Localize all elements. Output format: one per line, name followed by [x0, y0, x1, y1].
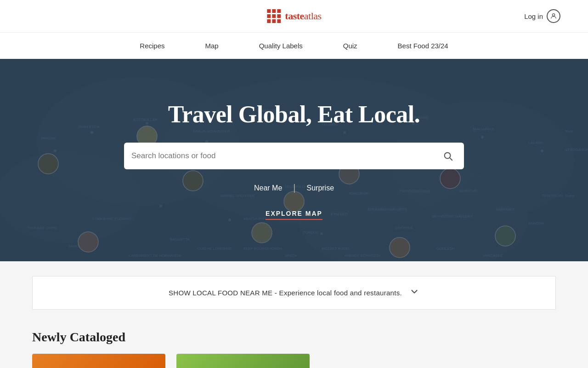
nav-item-best-food[interactable]: Best Food 23/24 — [396, 38, 450, 53]
near-me-link[interactable]: Near Me — [243, 180, 293, 196]
svg-line-78 — [450, 158, 452, 160]
hero-section: HAGGIS IRISH STEW KOTTBULLAR BRAUN-SCHWE… — [0, 59, 588, 261]
svg-rect-1 — [272, 9, 276, 13]
hero-content: Travel Global, Eat Local. Near Me | Surp… — [0, 101, 588, 220]
local-food-text: SHOW LOCAL FOOD NEAR ME - Experience loc… — [169, 289, 402, 297]
surprise-link[interactable]: Surprise — [295, 180, 345, 196]
logo-text: tasteatlas — [285, 10, 321, 22]
search-bar — [124, 143, 464, 169]
nav-item-map[interactable]: Map — [204, 38, 220, 53]
svg-rect-5 — [277, 14, 281, 18]
login-button[interactable]: Log in — [524, 9, 560, 23]
svg-rect-0 — [267, 9, 271, 13]
svg-rect-7 — [272, 19, 276, 23]
section-title: Newly Cataloged — [32, 330, 556, 345]
logo-icon — [266, 9, 281, 23]
nav-bar: Recipes Map Quality Labels Quiz Best Foo… — [0, 32, 588, 59]
svg-rect-8 — [277, 19, 281, 23]
hero-title: Travel Global, Eat Local. — [168, 101, 420, 128]
catalog-card-2[interactable] — [176, 354, 310, 368]
search-input[interactable] — [131, 151, 439, 161]
search-button[interactable] — [439, 147, 457, 165]
quick-links: Near Me | Surprise — [243, 180, 345, 196]
logo[interactable]: tasteatlas — [266, 9, 321, 23]
svg-rect-4 — [272, 14, 276, 18]
nav-item-quality-labels[interactable]: Quality Labels — [257, 38, 305, 53]
nav-item-quiz[interactable]: Quiz — [341, 38, 359, 53]
catalog-card-1[interactable] — [32, 354, 165, 368]
chevron-down-icon — [409, 287, 419, 299]
svg-rect-6 — [267, 19, 271, 23]
cards-row — [32, 354, 556, 368]
search-icon — [443, 151, 453, 161]
svg-point-9 — [552, 14, 554, 16]
local-food-banner[interactable]: SHOW LOCAL FOOD NEAR ME - Experience loc… — [32, 276, 556, 310]
login-label: Log in — [524, 12, 543, 20]
newly-cataloged-section: Newly Cataloged — [0, 321, 588, 368]
logo-suffix: atlas — [304, 10, 322, 22]
svg-rect-2 — [277, 9, 281, 13]
header: tasteatlas Log in — [0, 0, 588, 32]
user-icon — [547, 9, 560, 23]
nav-item-recipes[interactable]: Recipes — [138, 38, 166, 53]
logo-prefix: taste — [285, 10, 304, 22]
explore-map-button[interactable]: EXPLORE MAP — [266, 210, 322, 220]
svg-rect-3 — [267, 14, 271, 18]
